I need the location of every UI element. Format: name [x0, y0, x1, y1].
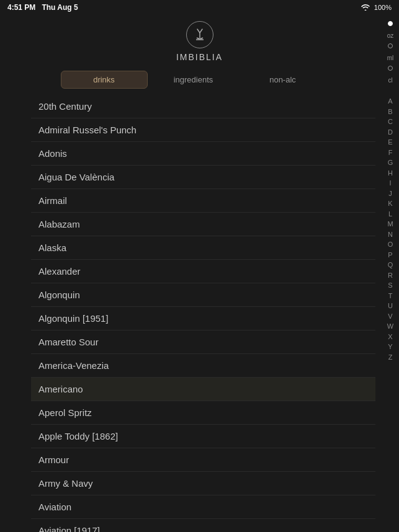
tab-drinks[interactable]: drinks	[61, 71, 148, 89]
list-item[interactable]: 20th Century	[31, 95, 375, 118]
alpha-letter-h[interactable]: H	[382, 168, 399, 179]
alpha-letter-o[interactable]: O	[382, 239, 399, 250]
unit-ml-dot[interactable]	[388, 43, 393, 48]
list-item[interactable]: Algonquin [1951]	[31, 307, 375, 330]
alpha-letter-d[interactable]: D	[382, 127, 399, 138]
list-item[interactable]: Apple Toddy [1862]	[31, 425, 375, 448]
tab-ingredients[interactable]: ingredients	[150, 71, 237, 89]
list-item[interactable]: Armour	[31, 448, 375, 472]
alpha-letter-i[interactable]: I	[382, 178, 399, 188]
status-bar: 4:51 PM Thu Aug 5 100%	[0, 0, 399, 15]
alpha-letter-z[interactable]: Z	[382, 352, 399, 363]
alpha-letter-m[interactable]: M	[382, 219, 399, 229]
alpha-letter-k[interactable]: K	[382, 198, 399, 209]
alpha-letter-e[interactable]: E	[382, 137, 399, 148]
unit-cl-dot[interactable]	[388, 66, 393, 71]
alpha-letter-y[interactable]: Y	[382, 342, 399, 352]
alpha-letter-x[interactable]: X	[382, 332, 399, 342]
status-right: 100%	[361, 2, 392, 13]
alpha-letter-c[interactable]: C	[382, 117, 399, 127]
battery-icon: 100%	[374, 4, 392, 11]
alpha-letter-l[interactable]: L	[382, 209, 399, 219]
list-item[interactable]: America-Venezia	[31, 354, 375, 378]
unit-oz[interactable]: oz	[383, 29, 397, 42]
list-item[interactable]: Amaretto Sour	[31, 330, 375, 354]
unit-selector: oz ml cl	[382, 19, 399, 89]
list-item[interactable]: Alabazam	[31, 213, 375, 236]
list-item[interactable]: Aviation [1917]	[31, 519, 375, 532]
alpha-letter-p[interactable]: P	[382, 250, 399, 260]
alpha-letter-j[interactable]: J	[382, 188, 399, 199]
alpha-letter-t[interactable]: T	[382, 291, 399, 301]
list-item[interactable]: Aviation	[31, 495, 375, 519]
list-item[interactable]: Alexander	[31, 260, 375, 283]
app-logo	[186, 21, 213, 48]
alpha-letter-a[interactable]: A	[382, 96, 399, 107]
wifi-icon	[361, 2, 370, 13]
list-item[interactable]: Aigua De València	[31, 166, 375, 189]
list-item[interactable]: Algonquin	[31, 283, 375, 307]
tab-bar: drinks ingredients non-alc	[0, 71, 399, 95]
alpha-index: ABCDEFGHIJKLMNOPQRSTUVWXYZ	[382, 95, 399, 532]
list-item[interactable]: Aperol Spritz	[31, 401, 375, 425]
drinks-list: 20th CenturyAdmiral Russel's PunchAdonis…	[0, 95, 382, 532]
alpha-letter-g[interactable]: G	[382, 157, 399, 168]
alpha-letter-b[interactable]: B	[382, 107, 399, 117]
alpha-letter-f[interactable]: F	[382, 148, 399, 158]
list-item[interactable]: Army & Navy	[31, 472, 375, 495]
tab-non-alc[interactable]: non-alc	[240, 71, 326, 89]
alpha-letter-n[interactable]: N	[382, 229, 399, 240]
list-item[interactable]: Adonis	[31, 142, 375, 166]
status-time: 4:51 PM Thu Aug 5	[7, 3, 78, 12]
alpha-letter-q[interactable]: Q	[382, 260, 399, 270]
content-area: 20th CenturyAdmiral Russel's PunchAdonis…	[0, 95, 399, 532]
unit-oz-dot[interactable]	[388, 21, 393, 26]
alpha-letter-r[interactable]: R	[382, 270, 399, 281]
alpha-letter-s[interactable]: S	[382, 280, 399, 291]
unit-ml[interactable]: ml	[383, 51, 397, 64]
list-item[interactable]: Alaska	[31, 236, 375, 260]
alpha-letter-v[interactable]: V	[382, 311, 399, 322]
list-item[interactable]: Airmail	[31, 189, 375, 213]
list-item[interactable]: Admiral Russel's Punch	[31, 118, 375, 142]
list-item[interactable]: Americano	[31, 378, 375, 401]
app-header: IMBIBLIA	[0, 15, 399, 71]
alpha-letter-u[interactable]: U	[382, 301, 399, 311]
unit-cl[interactable]: cl	[383, 73, 397, 87]
alpha-letter-w[interactable]: W	[382, 321, 399, 332]
app-title: IMBIBLIA	[176, 52, 223, 62]
